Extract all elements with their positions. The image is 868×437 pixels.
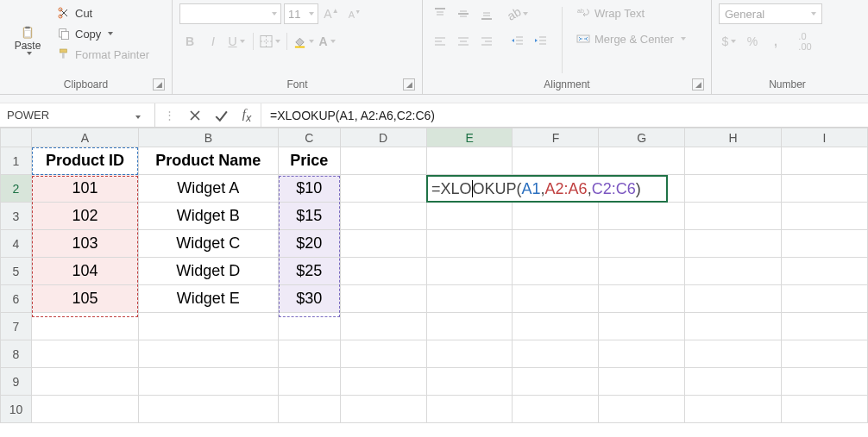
cell-B10[interactable]	[138, 396, 278, 423]
cell-F1[interactable]	[513, 147, 599, 175]
expand-formula-bar-button[interactable]: ⋮	[160, 107, 178, 124]
cell-C9[interactable]	[278, 368, 340, 396]
cell-E5[interactable]	[426, 258, 513, 285]
increase-indent-button[interactable]	[531, 31, 551, 52]
cell-D6[interactable]	[340, 285, 426, 313]
cell-C8[interactable]	[278, 340, 340, 368]
cell-F10[interactable]	[513, 396, 599, 423]
cell-E10[interactable]	[426, 396, 513, 423]
cell-F3[interactable]	[513, 203, 599, 230]
italic-button[interactable]: I	[203, 31, 223, 52]
spreadsheet-grid[interactable]: A B C D E F G H I 1 Product ID Product N…	[0, 128, 868, 423]
bold-button[interactable]: B	[179, 31, 200, 52]
cell-B1[interactable]: Product Name	[138, 147, 278, 175]
cell-A7[interactable]	[31, 313, 138, 340]
comma-format-button[interactable]: ,	[765, 31, 786, 52]
cell-H2[interactable]	[685, 175, 782, 203]
cell-I1[interactable]	[782, 147, 868, 175]
cell-I2[interactable]	[782, 175, 868, 203]
cell-G8[interactable]	[599, 340, 685, 368]
cell-I8[interactable]	[782, 340, 868, 368]
cell-F9[interactable]	[513, 368, 599, 396]
cut-button[interactable]: Cut	[53, 3, 153, 22]
cell-F4[interactable]	[513, 230, 599, 258]
cell-D2[interactable]	[340, 175, 426, 203]
cell-D10[interactable]	[340, 396, 426, 423]
cell-E8[interactable]	[426, 340, 513, 368]
cell-H4[interactable]	[685, 230, 782, 258]
cell-E1[interactable]	[426, 147, 513, 175]
increase-decimal-button[interactable]: .0.00	[795, 31, 815, 52]
row-header-6[interactable]: 6	[1, 285, 32, 313]
cell-H7[interactable]	[685, 313, 782, 340]
cell-H3[interactable]	[685, 203, 782, 230]
percent-format-button[interactable]: %	[742, 31, 763, 52]
clipboard-dialog-launcher[interactable]: ◢	[153, 78, 165, 91]
cell-H8[interactable]	[685, 340, 782, 368]
cell-I5[interactable]	[782, 258, 868, 285]
fill-color-button[interactable]	[293, 31, 314, 52]
cell-C3[interactable]: $15	[278, 203, 340, 230]
cell-D1[interactable]	[340, 147, 426, 175]
enter-button[interactable]	[212, 107, 230, 124]
cell-F8[interactable]	[513, 340, 599, 368]
format-painter-button[interactable]: Format Painter	[53, 45, 153, 64]
col-header-D[interactable]: D	[340, 128, 426, 147]
row-header-8[interactable]: 8	[1, 340, 32, 368]
align-top-button[interactable]	[430, 3, 450, 24]
align-right-button[interactable]	[476, 31, 497, 52]
name-box-dropdown[interactable]	[129, 109, 143, 122]
cell-I3[interactable]	[782, 203, 868, 230]
borders-button[interactable]	[260, 31, 280, 52]
cell-G9[interactable]	[599, 368, 685, 396]
cancel-button[interactable]	[186, 107, 204, 124]
insert-function-button[interactable]: fx	[238, 107, 255, 124]
cell-G7[interactable]	[599, 313, 685, 340]
cell-G3[interactable]	[599, 203, 685, 230]
merge-center-button[interactable]: Merge & Center	[573, 29, 689, 48]
col-header-F[interactable]: F	[513, 128, 599, 147]
paste-button[interactable]: Paste	[7, 3, 48, 77]
cell-G6[interactable]	[599, 285, 685, 313]
decrease-indent-button[interactable]	[507, 31, 528, 52]
orientation-button[interactable]: ab	[507, 3, 528, 24]
cell-C4[interactable]: $20	[278, 230, 340, 258]
font-color-button[interactable]: A	[317, 31, 337, 52]
cell-C5[interactable]: $25	[278, 258, 340, 285]
row-header-5[interactable]: 5	[1, 258, 32, 285]
cell-B2[interactable]: Widget A	[138, 175, 278, 203]
shrink-font-button[interactable]: A▼	[344, 3, 365, 24]
cell-D8[interactable]	[340, 340, 426, 368]
col-header-A[interactable]: A	[31, 128, 138, 147]
cell-A9[interactable]	[31, 368, 138, 396]
cell-I4[interactable]	[782, 230, 868, 258]
cell-H6[interactable]	[685, 285, 782, 313]
cell-B5[interactable]: Widget D	[138, 258, 278, 285]
cell-A5[interactable]: 104	[31, 258, 138, 285]
underline-button[interactable]: U	[226, 31, 247, 52]
align-left-button[interactable]	[430, 31, 450, 52]
cell-F5[interactable]	[513, 258, 599, 285]
row-header-1[interactable]: 1	[1, 147, 32, 175]
formula-input[interactable]	[261, 103, 868, 127]
align-bottom-button[interactable]	[476, 3, 497, 24]
cell-C7[interactable]	[278, 313, 340, 340]
copy-button[interactable]: Copy	[53, 24, 153, 43]
font-name-select[interactable]	[179, 3, 281, 24]
cell-A2[interactable]: 101	[31, 175, 138, 203]
row-header-10[interactable]: 10	[1, 396, 32, 423]
row-header-9[interactable]: 9	[1, 368, 32, 396]
cell-A10[interactable]	[31, 396, 138, 423]
grow-font-button[interactable]: A▲	[321, 3, 342, 24]
cell-A3[interactable]: 102	[31, 203, 138, 230]
cell-B6[interactable]: Widget E	[138, 285, 278, 313]
alignment-dialog-launcher[interactable]: ◢	[692, 78, 704, 91]
cell-C2[interactable]: $10	[278, 175, 340, 203]
cell-C1[interactable]: Price	[278, 147, 340, 175]
row-header-2[interactable]: 2	[1, 175, 32, 203]
align-center-button[interactable]	[453, 31, 474, 52]
row-header-7[interactable]: 7	[1, 313, 32, 340]
cell-D9[interactable]	[340, 368, 426, 396]
cell-D5[interactable]	[340, 258, 426, 285]
number-format-select[interactable]: General	[719, 3, 822, 24]
